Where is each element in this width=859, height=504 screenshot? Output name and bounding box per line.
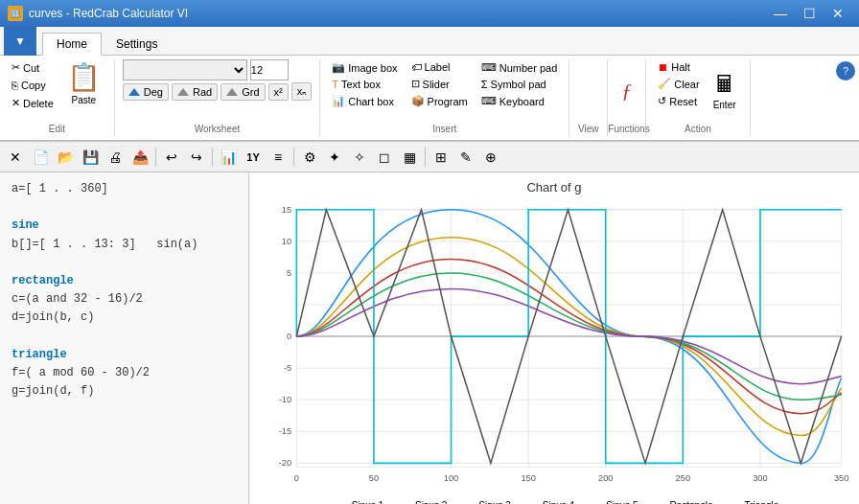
main-content: a=[ 1 . . 360] sine b[]=[ 1 . . 13: 3] s…: [0, 172, 859, 504]
tb-print-button[interactable]: 🖨: [104, 146, 127, 169]
delete-button[interactable]: ✕ Delete: [8, 95, 58, 111]
svg-text:-15: -15: [279, 426, 291, 436]
image-box-button[interactable]: 📷 Image box: [328, 59, 401, 76]
app-icon: 🔢: [8, 6, 23, 21]
tb-grid-button[interactable]: ⊞: [430, 146, 453, 169]
tb-edit-button[interactable]: ✎: [454, 146, 477, 169]
rad-button[interactable]: Rad: [172, 83, 218, 101]
tb-chart-button[interactable]: 📊: [217, 146, 240, 169]
code-panel[interactable]: a=[ 1 . . 360] sine b[]=[ 1 . . 13: 3] s…: [0, 172, 249, 504]
paste-button[interactable]: 📋 Paste: [61, 59, 106, 121]
keyboard-button[interactable]: ⌨ Keyboard: [477, 93, 562, 109]
keyboard-icon: ⌨: [481, 95, 497, 107]
svg-text:200: 200: [598, 473, 614, 483]
code-keyword-rectangle: rectangle: [12, 272, 237, 290]
label-icon: 🏷: [411, 61, 422, 73]
deg-icon: [128, 88, 140, 96]
svg-text:50: 50: [369, 473, 379, 483]
action-group-label: Action: [646, 124, 749, 134]
clear-button[interactable]: 🧹 Clear: [654, 76, 703, 92]
toolbar-sep-1: [155, 148, 156, 167]
reset-button[interactable]: ↺ Reset: [654, 93, 703, 109]
grd-icon: [226, 88, 238, 96]
deg-button[interactable]: Deg: [123, 83, 169, 101]
tb-export-button[interactable]: 📤: [128, 146, 151, 169]
tb-list-button[interactable]: ≡: [267, 146, 290, 169]
tb-settings-button[interactable]: ⚙: [298, 146, 321, 169]
chart-svg: 15 10 5 0 -5 -10 -15 -20 0 50 100 150 20…: [257, 198, 851, 498]
tb-close-button[interactable]: ✕: [4, 146, 27, 169]
code-line-2: [12, 198, 237, 217]
tab-home[interactable]: Home: [42, 33, 102, 56]
toolbar-sep-4: [425, 148, 426, 167]
tb-add-button[interactable]: ⊕: [479, 146, 502, 169]
tb-undo-button[interactable]: ↩: [160, 146, 183, 169]
svg-text:100: 100: [444, 473, 459, 483]
program-button[interactable]: 📦 Program: [407, 93, 472, 109]
functions-icon: ƒ: [621, 79, 632, 103]
slider-icon: ⊡: [411, 78, 420, 90]
enter-button[interactable]: 🖩 Enter: [708, 59, 742, 121]
symbol-pad-button[interactable]: Σ Symbol pad: [477, 77, 562, 92]
tab-settings[interactable]: Settings: [102, 33, 172, 55]
ribbon-group-action: ⏹ Halt 🧹 Clear ↺ Reset 🖩 Enter Action: [646, 59, 750, 136]
maximize-button[interactable]: ☐: [796, 0, 823, 27]
number-pad-icon: ⌨: [481, 61, 497, 74]
ribbon: ✂ Cut ⎘ Copy ✕ Delete 📋 Paste Edit: [0, 56, 859, 142]
tb-box1-button[interactable]: ◻: [373, 146, 396, 169]
close-button[interactable]: ✕: [824, 0, 851, 27]
font-select[interactable]: [123, 59, 247, 80]
tb-star2-button[interactable]: ✧: [348, 146, 371, 169]
toolbar: ✕ 📄 📂 💾 🖨 📤 ↩ ↪ 📊 1Y ≡ ⚙ ✦ ✧ ◻ ▦ ⊞ ✎ ⊕: [0, 142, 859, 172]
grd-button[interactable]: Grd: [221, 83, 265, 101]
svg-text:150: 150: [521, 473, 536, 483]
tb-open-button[interactable]: 📂: [54, 146, 77, 169]
titlebar: 🔢 curves - RedCrab Calculator VI — ☐ ✕: [0, 0, 859, 27]
x2-button[interactable]: x²: [268, 83, 289, 101]
window-controls: — ☐ ✕: [767, 0, 851, 27]
text-box-icon: T: [332, 79, 338, 90]
legend-label-sinus5: Sinus 5: [606, 500, 638, 504]
svg-text:-10: -10: [279, 395, 291, 404]
help-button[interactable]: ?: [836, 61, 855, 80]
code-keyword-triangle: triangle: [12, 346, 237, 364]
tb-redo-button[interactable]: ↪: [185, 146, 208, 169]
paste-icon: 📋: [67, 61, 101, 93]
delete-icon: ✕: [12, 97, 20, 109]
font-size-input[interactable]: [250, 59, 289, 80]
legend-sinus5: Sinus 5: [584, 500, 638, 504]
number-pad-button[interactable]: ⌨ Number pad: [477, 59, 562, 76]
app-menu-button[interactable]: ▼: [4, 27, 36, 56]
tb-star1-button[interactable]: ✦: [323, 146, 346, 169]
text-box-button[interactable]: T Text box: [328, 77, 401, 92]
cut-button[interactable]: ✂ Cut: [8, 59, 58, 76]
image-box-icon: 📷: [332, 61, 345, 74]
legend-label-sinus2: Sinus 2: [415, 500, 447, 504]
insert-group-label: Insert: [320, 124, 569, 134]
tb-save-button[interactable]: 💾: [79, 146, 102, 169]
code-line-7: [12, 328, 237, 346]
minimize-button[interactable]: —: [767, 0, 794, 27]
tb-new-button[interactable]: 📄: [29, 146, 52, 169]
code-line-9: g=join(d, f): [12, 382, 237, 401]
code-line-8: f=( a mod 60 - 30)/2: [12, 364, 237, 382]
titlebar-title: curves - RedCrab Calculator VI: [29, 7, 767, 20]
tb-box2-button[interactable]: ▦: [398, 146, 421, 169]
xn-button[interactable]: xₙ: [291, 82, 313, 101]
copy-button[interactable]: ⎘ Copy: [8, 78, 58, 93]
chart-box-button[interactable]: 📊 Chart box: [328, 93, 401, 109]
chart-legend: Sinus 1 Sinus 2 Sinus 3 Sinus 4 Sinus 5 …: [330, 498, 779, 504]
ribbon-group-view: View: [569, 59, 608, 136]
toolbar-sep-2: [212, 148, 213, 167]
halt-button[interactable]: ⏹ Halt: [654, 59, 703, 75]
legend-sinus1: Sinus 1: [330, 500, 383, 504]
legend-sinus4: Sinus 4: [521, 500, 574, 504]
tb-table-button[interactable]: 1Y: [242, 146, 265, 169]
legend-triangle: Triangle: [723, 500, 779, 504]
code-line-6: d=join(b, c): [12, 309, 237, 327]
slider-button[interactable]: ⊡ Slider: [407, 76, 472, 92]
label-button[interactable]: 🏷 Label: [407, 59, 472, 75]
edit-group-label: Edit: [0, 124, 114, 134]
svg-text:5: 5: [287, 268, 291, 278]
svg-text:-5: -5: [284, 363, 291, 373]
